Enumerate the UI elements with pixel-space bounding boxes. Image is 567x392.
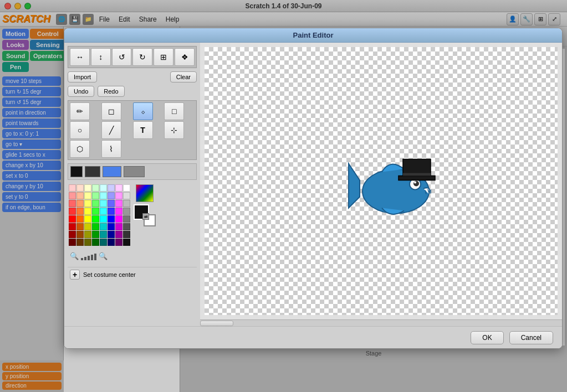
resize-tool[interactable]: ⊞ bbox=[154, 48, 173, 66]
ok-button[interactable]: OK bbox=[471, 331, 503, 344]
rotate-left-tool[interactable]: ↺ bbox=[112, 48, 132, 66]
color-swatch[interactable] bbox=[115, 200, 122, 207]
color-spectrum[interactable] bbox=[136, 184, 154, 202]
color-swatch[interactable] bbox=[115, 215, 122, 223]
color-swatch[interactable] bbox=[76, 208, 84, 215]
color-swatch[interactable] bbox=[92, 239, 99, 246]
color-swatch[interactable] bbox=[108, 184, 115, 192]
color-swatch[interactable] bbox=[100, 231, 107, 238]
color-swatch[interactable] bbox=[123, 215, 130, 223]
color-swatch[interactable] bbox=[84, 223, 91, 230]
color-swatch[interactable] bbox=[108, 192, 115, 199]
eyedropper-tool[interactable]: ⌇ bbox=[101, 140, 121, 158]
clear-button[interactable]: Clear bbox=[170, 71, 197, 82]
stroke-medium[interactable] bbox=[85, 166, 100, 177]
color-swatch[interactable] bbox=[115, 223, 122, 230]
eraser-tool[interactable]: ◻ bbox=[101, 102, 121, 120]
color-swatch[interactable] bbox=[100, 223, 107, 230]
stamp-tool[interactable]: ⬡ bbox=[70, 140, 90, 158]
canvas-area[interactable] bbox=[205, 47, 558, 315]
color-swatch[interactable] bbox=[69, 184, 76, 192]
color-swatch[interactable] bbox=[115, 184, 122, 192]
color-swatch[interactable] bbox=[92, 215, 99, 223]
undo-button[interactable]: Undo bbox=[68, 86, 94, 97]
import-button[interactable]: Import bbox=[68, 71, 97, 82]
color-swatch[interactable] bbox=[100, 192, 107, 199]
color-swatch[interactable] bbox=[69, 192, 76, 199]
color-swatch[interactable] bbox=[115, 192, 122, 199]
color-swatch[interactable] bbox=[84, 192, 91, 199]
color-swatch[interactable] bbox=[84, 200, 91, 207]
color-swatch[interactable] bbox=[69, 215, 76, 223]
color-swatch[interactable] bbox=[108, 215, 115, 223]
pencil-tool[interactable]: ✏ bbox=[70, 102, 90, 120]
color-swatch[interactable] bbox=[76, 223, 84, 230]
color-swatch[interactable] bbox=[100, 208, 107, 215]
canvas-scrollbar[interactable] bbox=[200, 319, 562, 326]
flip-v-tool[interactable]: ↕ bbox=[91, 48, 111, 66]
color-swatch[interactable] bbox=[123, 231, 130, 238]
color-swatch[interactable] bbox=[123, 184, 130, 192]
cancel-button[interactable]: Cancel bbox=[509, 331, 553, 344]
color-swatch[interactable] bbox=[69, 231, 76, 238]
color-swatch[interactable] bbox=[100, 200, 107, 207]
color-swatch[interactable] bbox=[84, 208, 91, 215]
color-swatch[interactable] bbox=[123, 223, 130, 230]
color-swatch[interactable] bbox=[123, 208, 130, 215]
zoom-out-icon[interactable]: 🔍 bbox=[70, 252, 79, 260]
flip-h-tool[interactable]: ↔ bbox=[70, 48, 90, 66]
color-swatch[interactable] bbox=[84, 215, 91, 223]
redo-button[interactable]: Redo bbox=[98, 86, 124, 97]
ellipse-tool[interactable]: ○ bbox=[70, 121, 90, 139]
color-swatch[interactable] bbox=[92, 200, 99, 207]
color-swatch[interactable] bbox=[123, 200, 130, 207]
line-tool[interactable]: ╱ bbox=[101, 121, 121, 139]
zoom-in-icon[interactable]: 🔍 bbox=[99, 252, 108, 260]
fill-tool[interactable]: ⬦ bbox=[133, 102, 153, 120]
color-swatch[interactable] bbox=[108, 231, 115, 238]
color-swatch[interactable] bbox=[108, 200, 115, 207]
color-swatch[interactable] bbox=[76, 215, 84, 223]
color-swatch[interactable] bbox=[123, 192, 130, 199]
arrange-tool[interactable]: ❖ bbox=[175, 48, 195, 66]
set-center-button[interactable]: + bbox=[70, 270, 80, 280]
color-swatch[interactable] bbox=[76, 192, 84, 199]
svg-point-6 bbox=[413, 181, 419, 187]
color-swatch[interactable] bbox=[115, 231, 122, 238]
color-swatch[interactable] bbox=[84, 231, 91, 238]
color-swatch[interactable] bbox=[84, 184, 91, 192]
color-swatch[interactable] bbox=[69, 200, 76, 207]
color-swatch[interactable] bbox=[92, 192, 99, 199]
color-swatch[interactable] bbox=[69, 239, 76, 246]
color-swatch[interactable] bbox=[92, 231, 99, 238]
color-swatch[interactable] bbox=[100, 184, 107, 192]
text-tool[interactable]: T bbox=[133, 121, 153, 139]
color-swatch[interactable] bbox=[108, 208, 115, 215]
color-swatch[interactable] bbox=[108, 223, 115, 230]
color-swatch[interactable] bbox=[115, 239, 122, 246]
color-palette bbox=[69, 184, 130, 246]
rect-tool[interactable]: □ bbox=[164, 102, 184, 120]
color-swatch[interactable] bbox=[92, 208, 99, 215]
rotate-right-tool[interactable]: ↻ bbox=[132, 48, 152, 66]
color-swatch[interactable] bbox=[115, 208, 122, 215]
color-swatch[interactable] bbox=[76, 200, 84, 207]
swap-colors-btn[interactable]: ⇄ bbox=[142, 213, 149, 220]
select-tool[interactable]: ⊹ bbox=[164, 121, 184, 139]
color-swatch[interactable] bbox=[100, 239, 107, 246]
color-swatch[interactable] bbox=[84, 239, 91, 246]
color-swatch[interactable] bbox=[69, 223, 76, 230]
scrollbar-thumb[interactable] bbox=[200, 321, 233, 326]
color-swatch[interactable] bbox=[108, 239, 115, 246]
stroke-thick[interactable] bbox=[103, 166, 121, 177]
color-swatch[interactable] bbox=[76, 231, 84, 238]
stroke-thin[interactable] bbox=[70, 166, 83, 177]
color-swatch[interactable] bbox=[100, 215, 107, 223]
color-swatch[interactable] bbox=[76, 184, 84, 192]
stroke-thicker[interactable] bbox=[124, 166, 145, 177]
color-swatch[interactable] bbox=[92, 184, 99, 192]
color-swatch[interactable] bbox=[76, 239, 84, 246]
color-swatch[interactable] bbox=[92, 223, 99, 230]
color-swatch[interactable] bbox=[123, 239, 130, 246]
color-swatch[interactable] bbox=[69, 208, 76, 215]
